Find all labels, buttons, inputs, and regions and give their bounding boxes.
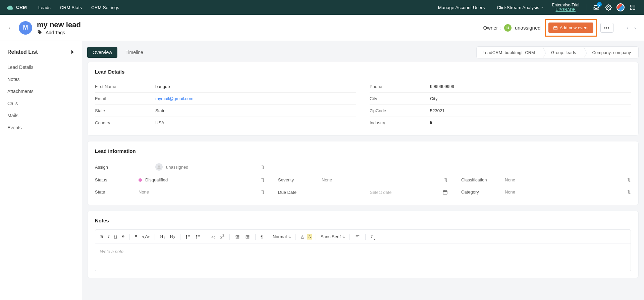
collapse-icon[interactable] xyxy=(71,50,74,54)
underline-button[interactable]: U xyxy=(112,233,119,241)
lead-information-card: Lead Information Assign unassigned ⇅ xyxy=(87,141,639,205)
sort-icon: ⇅ xyxy=(627,177,631,182)
enterprise-trial: Enterprise-Trial UPGRADE xyxy=(552,3,579,12)
svg-rect-4 xyxy=(633,8,635,10)
owner-display: Owner : U unassigned xyxy=(483,24,540,32)
user-icon xyxy=(155,163,163,171)
nav-manage-users[interactable]: Manage Account Users xyxy=(433,5,490,10)
lead-avatar: M xyxy=(19,21,32,35)
sidebar-item-lead-details[interactable]: Lead Details xyxy=(7,61,74,73)
classification-row[interactable]: Classification None ⇅ xyxy=(461,174,631,186)
nav-clickstream[interactable]: ClickStream Analysis xyxy=(492,5,549,10)
page-title: my new lead xyxy=(37,20,81,29)
calendar-icon xyxy=(553,26,558,30)
strike-button[interactable]: S xyxy=(120,233,126,241)
direction-button[interactable]: ¶ xyxy=(259,233,264,241)
svg-rect-2 xyxy=(633,5,635,7)
svg-rect-5 xyxy=(553,26,557,29)
sort-icon: ⇅ xyxy=(261,165,265,170)
breadcrumb: LeadCRM: bdbldmgt_CRM Group: leads Compa… xyxy=(476,46,639,58)
font-select[interactable]: Sans Serif ⇅ xyxy=(319,233,346,240)
status-row[interactable]: Status Disqualified ⇅ xyxy=(95,174,265,186)
state-value: State xyxy=(155,108,356,113)
severity-row[interactable]: Severity None ⇅ xyxy=(278,174,448,186)
nav-crm-stats[interactable]: CRM Stats xyxy=(55,5,87,10)
gear-icon[interactable] xyxy=(604,3,613,12)
industry-value: it xyxy=(430,120,631,125)
svg-point-11 xyxy=(158,165,160,167)
indent-button[interactable] xyxy=(243,233,252,240)
apps-icon[interactable] xyxy=(628,3,637,12)
back-button[interactable]: ← xyxy=(8,25,13,31)
quote-button[interactable]: ❝ xyxy=(133,233,139,241)
add-tags-button[interactable]: Add Tags xyxy=(46,30,65,35)
tag-icon xyxy=(37,30,42,35)
unordered-list-button[interactable] xyxy=(194,233,203,240)
prev-lead-button[interactable]: ‹ xyxy=(627,25,629,31)
sort-icon: ⇅ xyxy=(627,189,631,195)
superscript-button[interactable]: x2 xyxy=(219,232,226,241)
svg-point-26 xyxy=(196,237,197,237)
phone-value: 9999999999 xyxy=(430,84,631,89)
size-select[interactable]: Normal ⇅ xyxy=(271,233,292,240)
top-nav: CRM Leads CRM Stats CRM Settings Manage … xyxy=(0,0,644,15)
avatar[interactable] xyxy=(616,3,625,12)
brand-label: CRM xyxy=(16,5,27,10)
add-event-button[interactable]: Add new event xyxy=(548,23,593,33)
crumb-group[interactable]: Group: leads xyxy=(542,47,583,58)
sidebar-item-calls[interactable]: Calls xyxy=(7,97,74,110)
assign-row[interactable]: Assign unassigned ⇅ xyxy=(95,160,265,174)
tab-timeline[interactable]: Timeline xyxy=(120,47,148,58)
italic-button[interactable]: I xyxy=(106,233,111,241)
email-value[interactable]: mymail@gmail.com xyxy=(155,96,356,101)
crumb-company[interactable]: Company: company xyxy=(583,47,638,58)
svg-text:3: 3 xyxy=(186,237,187,239)
sort-icon: ⇅ xyxy=(261,177,265,182)
h2-button[interactable]: H2 xyxy=(168,233,177,241)
notes-card: Notes B I U S ❝ </> H1 H2 123 xyxy=(87,211,639,278)
sidebar: Related List Lead Details Notes Attachme… xyxy=(0,41,82,300)
outdent-button[interactable] xyxy=(233,233,242,240)
notes-editor: B I U S ❝ </> H1 H2 123 x2 x2 xyxy=(95,229,631,271)
svg-rect-13 xyxy=(443,190,447,191)
nav-leads[interactable]: Leads xyxy=(34,5,55,10)
sidebar-item-notes[interactable]: Notes xyxy=(7,73,74,85)
align-button[interactable] xyxy=(353,233,362,240)
svg-marker-9 xyxy=(71,50,72,54)
ordered-list-button[interactable]: 123 xyxy=(184,233,193,240)
bold-button[interactable]: B xyxy=(99,233,105,241)
sidebar-item-mails[interactable]: Mails xyxy=(7,110,74,122)
sidebar-item-events[interactable]: Events xyxy=(7,122,74,134)
h1-button[interactable]: H1 xyxy=(158,233,167,241)
due-date-row[interactable]: Due Date Select date xyxy=(278,186,448,198)
code-button[interactable]: </> xyxy=(140,233,151,240)
highlight-button[interactable]: A xyxy=(307,234,312,240)
text-color-button[interactable]: A xyxy=(299,233,306,241)
nav-crm-settings[interactable]: CRM Settings xyxy=(87,5,124,10)
tabs: Overview Timeline xyxy=(87,47,149,58)
sidebar-item-attachments[interactable]: Attachments xyxy=(7,85,74,97)
tab-overview[interactable]: Overview xyxy=(87,47,117,58)
category-row[interactable]: Category None ⇅ xyxy=(461,186,631,198)
cloud-icon xyxy=(7,4,13,11)
svg-point-27 xyxy=(196,238,197,238)
notes-textarea[interactable]: Write a note xyxy=(95,244,631,271)
inbox-icon[interactable]: 0 xyxy=(592,3,601,12)
status-dot-icon xyxy=(139,178,142,182)
calendar-icon[interactable] xyxy=(442,189,448,195)
lead-info-heading: Lead Information xyxy=(95,148,631,154)
more-button[interactable]: ••• xyxy=(600,23,613,33)
lead-details-heading: Lead Details xyxy=(95,69,631,75)
state-select-row[interactable]: State None ⇅ xyxy=(95,186,265,198)
svg-point-0 xyxy=(608,7,609,8)
brand[interactable]: CRM xyxy=(7,4,27,11)
lead-details-card: Lead Details First Namebangdb Emailmymai… xyxy=(87,62,639,136)
svg-rect-3 xyxy=(630,8,632,10)
subscript-button[interactable]: x2 xyxy=(210,233,217,241)
upgrade-link[interactable]: UPGRADE xyxy=(552,7,579,12)
notes-heading: Notes xyxy=(95,218,631,223)
crumb-leadcrm[interactable]: LeadCRM: bdbldmgt_CRM xyxy=(477,47,542,58)
next-lead-button[interactable]: › xyxy=(634,25,636,31)
owner-avatar: U xyxy=(504,24,512,32)
clear-format-button[interactable]: Tx xyxy=(369,233,375,241)
